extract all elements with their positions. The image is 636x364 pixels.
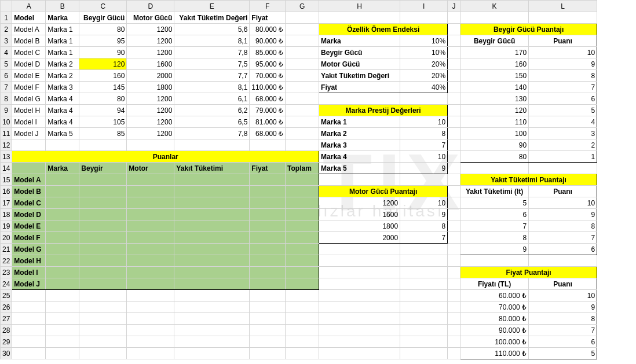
cell[interactable] [400,325,448,336]
cell[interactable]: 8,1 [174,35,250,47]
cell[interactable]: Beygir Gücü [79,12,127,24]
cell[interactable]: 6,1 [174,93,250,105]
cell[interactable]: 1800 [319,220,400,232]
cell[interactable]: 8 [400,128,448,139]
cell[interactable]: 10 [400,116,448,128]
cell[interactable] [286,302,319,313]
cell[interactable]: 9 [400,209,448,220]
cell[interactable]: Marka [319,35,400,47]
cell[interactable]: Model G [12,244,46,255]
cell[interactable]: Motor Gücü [127,12,174,24]
cell[interactable]: Marka 3 [46,82,79,93]
prestij-title[interactable]: Marka Prestij Değerleri [319,105,448,116]
cell[interactable] [79,244,127,255]
row-head[interactable]: 6 [1,70,12,82]
cell[interactable] [250,174,286,186]
cell[interactable]: 1200 [127,116,174,128]
cell[interactable] [400,290,448,302]
cell[interactable]: 9 [529,58,597,70]
cell[interactable] [400,302,448,313]
col-head[interactable]: K [460,1,529,12]
cell[interactable]: Beygir Gücü [319,47,400,58]
cell[interactable] [460,163,529,174]
cell[interactable] [174,244,250,255]
cell[interactable] [448,58,460,70]
cell[interactable] [127,325,174,336]
cell[interactable]: 9 [400,163,448,174]
cell[interactable]: 94 [79,105,127,116]
cell[interactable] [127,220,174,232]
cell[interactable] [286,116,319,128]
cell[interactable] [448,302,460,313]
cell[interactable] [448,128,460,139]
cell[interactable] [174,186,250,197]
cell[interactable]: 1200 [127,105,174,116]
cell[interactable]: Marka 4 [46,93,79,105]
cell[interactable]: 10 [529,290,597,302]
cell[interactable]: 1200 [127,93,174,105]
cell[interactable]: 7 [460,220,529,232]
cell[interactable] [319,174,400,186]
cell[interactable] [400,336,448,348]
cell[interactable] [448,174,460,186]
cell[interactable]: 70.000 ₺ [460,302,529,313]
cell[interactable] [400,313,448,325]
cell[interactable] [448,244,460,255]
cell[interactable] [319,336,400,348]
cell[interactable] [319,93,400,105]
cell[interactable] [286,336,319,348]
row-head[interactable]: 12 [1,139,12,151]
cell[interactable]: 95 [79,35,127,47]
cell[interactable] [286,255,319,267]
cell[interactable]: 85.000 ₺ [250,47,286,58]
cell[interactable] [174,255,250,267]
cell[interactable] [79,139,127,151]
cell[interactable]: Model D [12,58,46,70]
cell[interactable] [174,348,250,359]
cell[interactable]: 7,8 [174,128,250,139]
cell[interactable] [448,24,460,35]
cell[interactable] [79,302,127,313]
cell[interactable]: Model G [12,93,46,105]
cell[interactable]: 1200 [127,35,174,47]
cell[interactable]: Marka 5 [46,128,79,139]
cell[interactable] [12,290,46,302]
cell[interactable] [286,70,319,82]
cell[interactable] [448,267,460,278]
row-head[interactable]: 1 [1,12,12,24]
cell[interactable] [448,47,460,58]
cell[interactable]: 90.000 ₺ [460,325,529,336]
cell[interactable] [286,348,319,359]
cell[interactable]: 105 [79,116,127,128]
cell[interactable] [79,209,127,220]
row-head[interactable]: 16 [1,186,12,197]
cell[interactable] [250,255,286,267]
cell[interactable] [250,290,286,302]
cell[interactable]: Marka 2 [46,58,79,70]
cell[interactable] [46,313,79,325]
cell[interactable]: 140 [460,82,529,93]
row-head[interactable]: 22 [1,255,12,267]
cell[interactable]: Yakıt Tüketim Değeri [174,12,250,24]
cell[interactable] [174,174,250,186]
cell[interactable] [448,35,460,47]
col-head[interactable]: A [12,1,46,12]
row-head[interactable]: 29 [1,336,12,348]
cell[interactable] [79,313,127,325]
cell[interactable] [79,336,127,348]
cell[interactable] [250,220,286,232]
cell[interactable] [448,186,460,197]
spreadsheet-grid[interactable]: A B C D E F G H I J K L 1 Model Marka Be… [0,0,597,359]
cell[interactable]: 95.000 ₺ [250,58,286,70]
row-head[interactable]: 21 [1,244,12,255]
cell[interactable]: 20% [400,58,448,70]
cell[interactable] [46,302,79,313]
cell[interactable]: Model E [12,220,46,232]
row-head[interactable]: 18 [1,209,12,220]
row-head[interactable]: 26 [1,302,12,313]
cell[interactable] [79,186,127,197]
cell[interactable]: Model J [12,128,46,139]
cell[interactable]: 79.000 ₺ [250,105,286,116]
cell[interactable] [286,58,319,70]
cell[interactable] [79,348,127,359]
